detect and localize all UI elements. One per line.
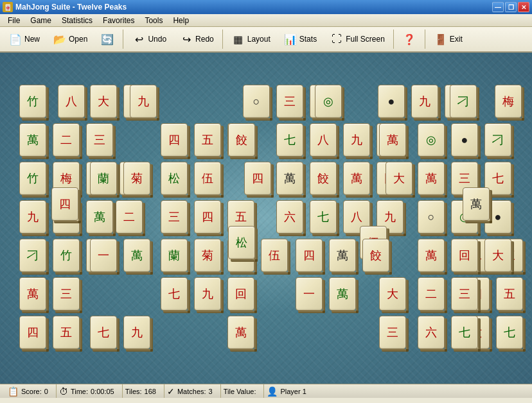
tile[interactable]: 餃 bbox=[228, 123, 258, 159]
stats-button[interactable]: 📊 Stats bbox=[278, 30, 323, 49]
tile[interactable]: 萬 bbox=[276, 162, 306, 198]
tile[interactable]: 回 bbox=[451, 239, 481, 275]
tile[interactable]: 萬 bbox=[86, 200, 116, 236]
tile[interactable]: 二 bbox=[53, 123, 82, 159]
tile[interactable]: 大 bbox=[386, 162, 415, 198]
tile[interactable]: 菊 bbox=[123, 162, 153, 198]
tile[interactable]: 六 bbox=[276, 200, 306, 236]
menu-tools[interactable]: Tools bbox=[139, 15, 168, 26]
tile[interactable]: 四 bbox=[19, 316, 49, 352]
tile[interactable]: 萬 bbox=[19, 123, 49, 159]
tile[interactable]: 蘭 bbox=[161, 239, 190, 275]
tile[interactable]: 三 bbox=[161, 200, 190, 236]
redo-button[interactable]: ↪ Redo bbox=[173, 30, 220, 49]
fullscreen-button[interactable]: ⛶ Full Screen bbox=[324, 30, 391, 49]
tile[interactable]: 竹 bbox=[19, 85, 49, 121]
tile[interactable]: 竹 bbox=[19, 162, 49, 198]
tile[interactable]: 九 bbox=[343, 123, 373, 159]
tile-character: 松 bbox=[168, 173, 180, 184]
tile[interactable]: ○ bbox=[418, 200, 447, 236]
tile[interactable]: 七 bbox=[310, 200, 339, 236]
layout-button[interactable]: ▦ Layout bbox=[226, 30, 276, 49]
tile[interactable]: 五 bbox=[496, 277, 526, 313]
menu-help[interactable]: Help bbox=[168, 15, 194, 26]
tile[interactable]: 二 bbox=[116, 200, 145, 236]
tile[interactable]: ● bbox=[451, 123, 481, 159]
tile[interactable]: 蘭 bbox=[90, 162, 120, 198]
open-button[interactable]: 📂 Open bbox=[47, 30, 93, 49]
tile[interactable]: 三 bbox=[53, 277, 82, 313]
tile[interactable]: 八 bbox=[58, 85, 87, 121]
undo-button[interactable]: ↩ Undo bbox=[126, 30, 172, 49]
tile[interactable]: 七 bbox=[161, 277, 190, 313]
tile[interactable]: 萬 bbox=[379, 123, 409, 159]
tile[interactable]: ◎ bbox=[315, 85, 344, 121]
tile[interactable]: 伍 bbox=[261, 239, 290, 275]
tile[interactable]: 九 bbox=[123, 316, 153, 352]
tile[interactable]: ○ bbox=[243, 85, 272, 121]
tile[interactable]: 松 bbox=[228, 226, 258, 262]
tile[interactable]: 萬 bbox=[418, 162, 447, 198]
tile[interactable]: 四 bbox=[244, 162, 274, 198]
tile[interactable]: 松 bbox=[161, 162, 190, 198]
tile[interactable]: ● bbox=[378, 85, 407, 121]
tile[interactable]: 萬 bbox=[123, 239, 153, 275]
tile[interactable]: 七 bbox=[90, 316, 120, 352]
tile[interactable]: 刁 bbox=[484, 123, 514, 159]
tile[interactable]: 餃 bbox=[362, 239, 392, 275]
tile[interactable]: 萬 bbox=[329, 277, 359, 313]
new-button[interactable]: 📄 New bbox=[3, 30, 46, 49]
menu-file[interactable]: File bbox=[3, 15, 25, 26]
tile[interactable]: 萬 bbox=[19, 277, 49, 313]
tile[interactable]: 七 bbox=[451, 316, 481, 352]
help-button[interactable]: ❓ bbox=[396, 30, 422, 49]
menu-game[interactable]: Game bbox=[25, 15, 57, 26]
tile[interactable]: 竹 bbox=[53, 239, 82, 275]
tile[interactable]: 三 bbox=[451, 277, 481, 313]
tile[interactable]: ◎ bbox=[418, 123, 447, 159]
tile[interactable]: 大 bbox=[484, 239, 514, 275]
tile[interactable]: 刁 bbox=[19, 239, 49, 275]
tile[interactable]: 九 bbox=[19, 200, 49, 236]
tile-face: 九 bbox=[194, 277, 221, 311]
tile[interactable]: 萬 bbox=[418, 239, 447, 275]
tile[interactable]: 七 bbox=[496, 316, 526, 352]
tile[interactable]: 萬 bbox=[329, 239, 359, 275]
exit-button[interactable]: 🚪 Exit bbox=[428, 30, 468, 49]
tile[interactable]: 萬 bbox=[227, 316, 257, 352]
tile[interactable]: 一 bbox=[296, 277, 325, 313]
tile[interactable]: 一 bbox=[90, 239, 120, 275]
tile[interactable]: 大 bbox=[379, 277, 409, 313]
minimize-button[interactable]: — bbox=[492, 2, 504, 12]
tile[interactable]: 九 bbox=[411, 85, 441, 121]
restore-button[interactable]: ❐ bbox=[505, 2, 517, 12]
tile[interactable]: 三 bbox=[276, 85, 306, 121]
tile[interactable]: 伍 bbox=[194, 162, 224, 198]
tile[interactable]: 四 bbox=[194, 200, 224, 236]
tile[interactable]: 刁 bbox=[450, 85, 479, 121]
tile[interactable]: 萬 bbox=[343, 162, 373, 198]
tile[interactable]: 九 bbox=[194, 277, 224, 313]
tile[interactable]: 回 bbox=[227, 277, 257, 313]
tile[interactable]: 七 bbox=[276, 123, 306, 159]
menu-favorites[interactable]: Favorites bbox=[98, 15, 139, 26]
tile[interactable]: 大 bbox=[90, 85, 120, 121]
tile[interactable]: 八 bbox=[310, 123, 339, 159]
tile[interactable]: 梅 bbox=[495, 85, 524, 121]
tile[interactable]: 四 bbox=[296, 239, 325, 275]
tile[interactable]: 三 bbox=[86, 123, 116, 159]
tile[interactable]: 五 bbox=[53, 316, 82, 352]
tile[interactable]: 九 bbox=[130, 85, 159, 121]
tile[interactable]: 餃 bbox=[310, 162, 339, 198]
tile[interactable]: 四 bbox=[51, 187, 81, 223]
tile[interactable]: 二 bbox=[418, 277, 447, 313]
tile[interactable]: 五 bbox=[194, 123, 224, 159]
refresh-button[interactable]: 🔄 bbox=[94, 30, 120, 49]
menu-statistics[interactable]: Statistics bbox=[57, 15, 98, 26]
tile[interactable]: 四 bbox=[161, 123, 190, 159]
close-button[interactable]: ✕ bbox=[518, 2, 529, 12]
tile[interactable]: 三 bbox=[379, 316, 409, 352]
tile[interactable]: 萬 bbox=[463, 187, 492, 223]
tile[interactable]: 六 bbox=[418, 316, 447, 352]
tile[interactable]: 菊 bbox=[194, 239, 224, 275]
